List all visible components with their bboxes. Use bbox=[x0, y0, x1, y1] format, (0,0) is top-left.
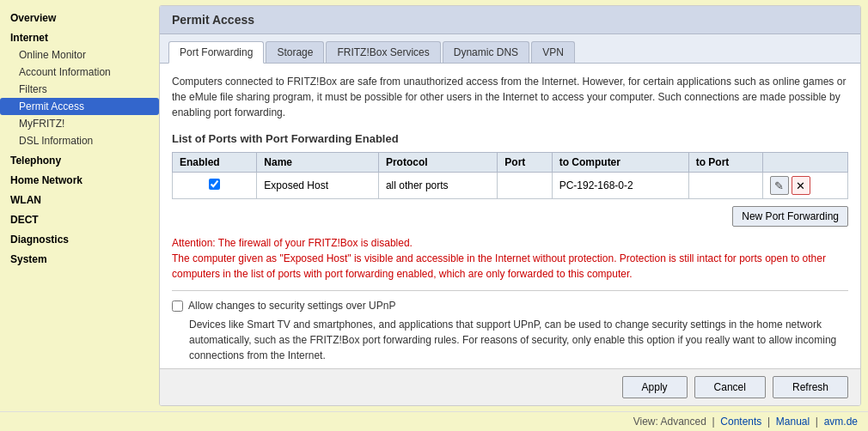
sidebar: Overview Internet Online Monitor Account… bbox=[0, 0, 159, 411]
sidebar-item-dsl-information[interactable]: DSL Information bbox=[0, 132, 159, 149]
col-to-computer: to Computer bbox=[552, 153, 688, 173]
enabled-checkbox[interactable] bbox=[209, 179, 220, 190]
col-to-port: to Port bbox=[688, 153, 762, 173]
sidebar-item-home-network[interactable]: Home Network bbox=[0, 169, 159, 189]
sidebar-item-dect[interactable]: DECT bbox=[0, 209, 159, 228]
to-port-cell bbox=[688, 173, 762, 199]
warning-line2: The computer given as "Exposed Host" is … bbox=[172, 251, 848, 282]
new-port-forwarding-button[interactable]: New Port Forwarding bbox=[732, 206, 848, 227]
col-name: Name bbox=[257, 153, 379, 173]
refresh-button[interactable]: Refresh bbox=[773, 376, 848, 398]
action-row: New Port Forwarding bbox=[172, 206, 848, 227]
upnp-section: Allow changes to security settings over … bbox=[172, 300, 848, 363]
action-buttons-cell: ✎ ✕ bbox=[762, 173, 847, 199]
sidebar-item-filters[interactable]: Filters bbox=[0, 81, 159, 98]
sidebar-item-overview[interactable]: Overview bbox=[0, 7, 159, 27]
warning-line1: Attention: The firewall of your FRITZ!Bo… bbox=[172, 235, 848, 251]
enabled-cell bbox=[173, 173, 257, 199]
sidebar-item-wlan[interactable]: WLAN bbox=[0, 189, 159, 209]
col-actions bbox=[762, 153, 847, 173]
warning-text: Attention: The firewall of your FRITZ!Bo… bbox=[172, 235, 848, 282]
sidebar-item-diagnostics[interactable]: Diagnostics bbox=[0, 228, 159, 248]
description-text: Computers connected to FRITZ!Box are saf… bbox=[172, 74, 848, 120]
tab-fritzbox-services[interactable]: FRITZ!Box Services bbox=[326, 41, 440, 63]
content-area: Permit Access Port Forwarding Storage FR… bbox=[159, 5, 861, 406]
tab-storage[interactable]: Storage bbox=[266, 41, 324, 63]
view-label: View: Advanced bbox=[633, 416, 706, 428]
col-enabled: Enabled bbox=[173, 153, 257, 173]
col-protocol: Protocol bbox=[378, 153, 497, 173]
upnp-description: Devices like Smart TV and smartphones, a… bbox=[172, 317, 848, 363]
manual-link[interactable]: Manual bbox=[776, 416, 810, 428]
protocol-cell: all other ports bbox=[378, 173, 497, 199]
sidebar-item-permit-access[interactable]: Permit Access bbox=[0, 98, 159, 115]
edit-button[interactable]: ✎ bbox=[770, 176, 789, 195]
sidebar-item-myfritz[interactable]: MyFRITZ! bbox=[0, 115, 159, 132]
contents-link[interactable]: Contents bbox=[720, 416, 761, 428]
sidebar-item-account-information[interactable]: Account Information bbox=[0, 64, 159, 81]
apply-button[interactable]: Apply bbox=[622, 376, 688, 398]
tabs-bar: Port Forwarding Storage FRITZ!Box Servic… bbox=[160, 34, 860, 64]
bottom-bar: View: Advanced | Contents | Manual | avm… bbox=[0, 411, 868, 431]
main-content: Computers connected to FRITZ!Box are saf… bbox=[160, 64, 860, 368]
sidebar-item-online-monitor[interactable]: Online Monitor bbox=[0, 46, 159, 64]
sidebar-item-internet[interactable]: Internet bbox=[0, 27, 159, 46]
sidebar-item-telephony[interactable]: Telephony bbox=[0, 149, 159, 169]
port-cell bbox=[498, 173, 552, 199]
tab-vpn[interactable]: VPN bbox=[531, 41, 575, 63]
section-title: List of Ports with Port Forwarding Enabl… bbox=[172, 132, 848, 145]
footer-buttons: Apply Cancel Refresh bbox=[160, 368, 860, 405]
sidebar-item-system[interactable]: System bbox=[0, 248, 159, 268]
to-computer-cell: PC-192-168-0-2 bbox=[552, 173, 688, 199]
divider bbox=[172, 290, 848, 291]
tab-dynamic-dns[interactable]: Dynamic DNS bbox=[443, 41, 529, 63]
delete-button[interactable]: ✕ bbox=[792, 176, 810, 195]
cancel-button[interactable]: Cancel bbox=[694, 376, 766, 398]
avm-link[interactable]: avm.de bbox=[824, 416, 858, 428]
name-cell: Exposed Host bbox=[257, 173, 379, 199]
upnp-checkbox[interactable] bbox=[172, 300, 183, 312]
page-title: Permit Access bbox=[160, 6, 860, 34]
col-port: Port bbox=[498, 153, 552, 173]
ports-table: Enabled Name Protocol Port to Computer t… bbox=[172, 152, 848, 199]
tab-port-forwarding[interactable]: Port Forwarding bbox=[168, 41, 264, 64]
upnp-label[interactable]: Allow changes to security settings over … bbox=[172, 300, 848, 312]
table-row: Exposed Host all other ports PC-192-168-… bbox=[173, 173, 848, 199]
